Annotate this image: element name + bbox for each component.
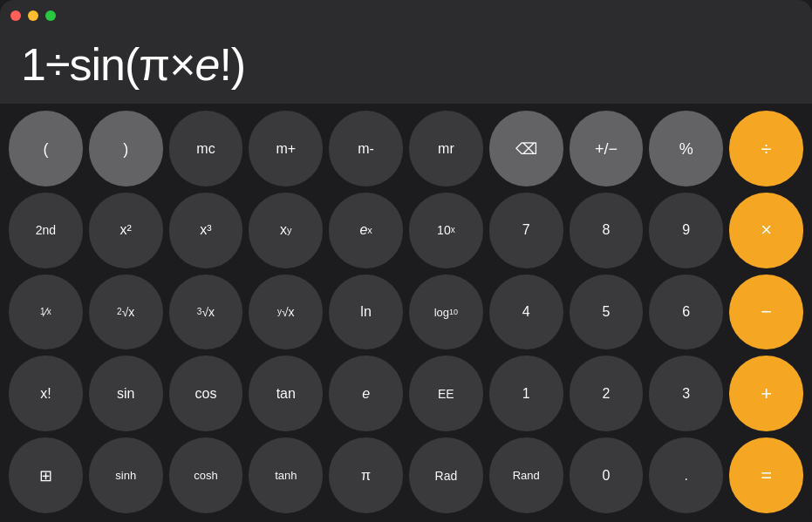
2-button[interactable]: 2 <box>570 356 644 431</box>
close-button[interactable] <box>10 10 21 21</box>
button-row-5: ⊞ sinh cosh tanh π Rad Rand 0 . = <box>9 437 803 513</box>
close-paren-button[interactable]: ) <box>89 111 163 186</box>
sqrty-button[interactable]: y√x <box>249 275 323 350</box>
2nd-button[interactable]: 2nd <box>9 193 83 268</box>
tan-button[interactable]: tan <box>249 356 323 431</box>
button-row-3: 1⁄x 2√x 3√x y√x ln log10 4 5 6 − <box>9 275 803 350</box>
mplus-button[interactable]: m+ <box>249 111 323 186</box>
sqrt2-button[interactable]: 2√x <box>89 275 163 350</box>
button-row-1: ( ) mc m+ m- mr ⌫ +/− % ÷ <box>9 111 803 186</box>
add-button[interactable]: + <box>729 356 803 431</box>
factorial-button[interactable]: x! <box>9 356 83 431</box>
calculator-body: ( ) mc m+ m- mr ⌫ +/− % ÷ 2nd x² x³ xy e… <box>0 104 812 522</box>
e-button[interactable]: e <box>329 356 403 431</box>
button-row-4: x! sin cos tan e EE 1 2 3 + <box>9 356 803 431</box>
divide-button[interactable]: ÷ <box>729 111 803 186</box>
mminus-button[interactable]: m- <box>329 111 403 186</box>
e-to-x-button[interactable]: ex <box>329 193 403 268</box>
ln-button[interactable]: ln <box>329 275 403 350</box>
maximize-button[interactable] <box>45 10 56 21</box>
display: 1÷sin(π×e!) <box>0 31 812 104</box>
4-button[interactable]: 4 <box>489 275 563 350</box>
cosh-button[interactable]: cosh <box>169 437 243 513</box>
sqrt3-button[interactable]: 3√x <box>169 275 243 350</box>
multiply-button[interactable]: × <box>729 193 803 268</box>
0-button[interactable]: 0 <box>570 437 644 513</box>
decimal-button[interactable]: . <box>649 437 723 513</box>
x-to-y-button[interactable]: xy <box>249 193 323 268</box>
percent-button[interactable]: % <box>649 111 723 186</box>
pi-button[interactable]: π <box>329 437 403 513</box>
x-squared-button[interactable]: x² <box>89 193 163 268</box>
minimize-button[interactable] <box>28 10 38 21</box>
title-bar <box>0 0 812 31</box>
6-button[interactable]: 6 <box>649 275 723 350</box>
1-button[interactable]: 1 <box>489 356 563 431</box>
button-row-2: 2nd x² x³ xy ex 10x 7 8 9 × <box>9 193 803 268</box>
rand-button[interactable]: Rand <box>489 437 563 513</box>
plus-minus-button[interactable]: +/− <box>570 111 644 186</box>
rad-button[interactable]: Rad <box>409 437 483 513</box>
equals-button[interactable]: = <box>729 437 803 513</box>
tanh-button[interactable]: tanh <box>249 437 323 513</box>
history-button[interactable]: ⊞ <box>9 437 83 513</box>
inverse-button[interactable]: 1⁄x <box>9 275 83 350</box>
5-button[interactable]: 5 <box>570 275 644 350</box>
9-button[interactable]: 9 <box>649 193 723 268</box>
mc-button[interactable]: mc <box>169 111 243 186</box>
display-expression: 1÷sin(π×e!) <box>21 40 791 90</box>
7-button[interactable]: 7 <box>489 193 563 268</box>
8-button[interactable]: 8 <box>570 193 644 268</box>
subtract-button[interactable]: − <box>729 275 803 350</box>
sinh-button[interactable]: sinh <box>89 437 163 513</box>
open-paren-button[interactable]: ( <box>9 111 83 186</box>
x-cubed-button[interactable]: x³ <box>169 193 243 268</box>
log10-button[interactable]: log10 <box>409 275 483 350</box>
sin-button[interactable]: sin <box>89 356 163 431</box>
10-to-x-button[interactable]: 10x <box>409 193 483 268</box>
mr-button[interactable]: mr <box>409 111 483 186</box>
3-button[interactable]: 3 <box>649 356 723 431</box>
backspace-button[interactable]: ⌫ <box>489 111 563 186</box>
cos-button[interactable]: cos <box>169 356 243 431</box>
ee-button[interactable]: EE <box>409 356 483 431</box>
